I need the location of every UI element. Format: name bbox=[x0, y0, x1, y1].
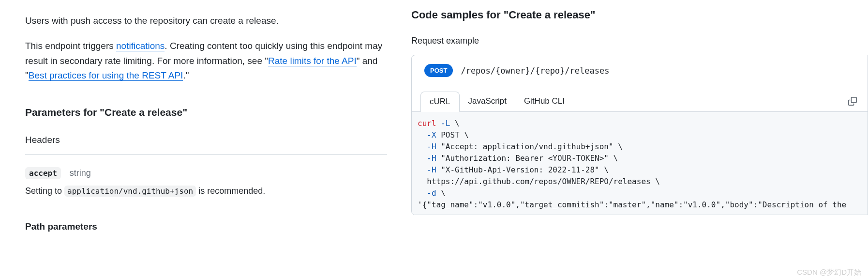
para-text: This endpoint triggers bbox=[25, 41, 116, 51]
param-description: Setting to application/vnd.github+json i… bbox=[25, 186, 387, 196]
code-token: -d bbox=[418, 188, 436, 198]
tab-javascript[interactable]: JavaScript bbox=[460, 92, 515, 111]
request-example-heading: Request example bbox=[411, 36, 868, 46]
rate-limit-paragraph: This endpoint triggers notifications. Cr… bbox=[25, 39, 387, 83]
code-token: -H bbox=[418, 142, 436, 151]
code-token: '{"tag_name":"v1.0.0","target_commitish"… bbox=[418, 200, 846, 209]
code-token: "Authorization: Bearer <YOUR-TOKEN>" \ bbox=[436, 154, 618, 163]
inline-code: application/vnd.github+json bbox=[64, 186, 196, 197]
code-token: -L bbox=[436, 119, 450, 128]
param-name: accept bbox=[25, 167, 61, 179]
desc-text: Setting to bbox=[25, 186, 64, 196]
desc-text: is recommended. bbox=[196, 186, 265, 196]
headers-subheading: Headers bbox=[25, 135, 387, 145]
code-token: \ bbox=[450, 119, 459, 128]
code-sample-card: POST /repos/{owner}/{repo}/releases cURL… bbox=[411, 55, 868, 215]
code-token: curl bbox=[418, 119, 436, 128]
code-token: POST \ bbox=[436, 130, 469, 140]
code-token: -H bbox=[418, 165, 436, 174]
watermark: CSDN @梦幻D开始 bbox=[797, 268, 861, 277]
left-column: Users with push access to the repository… bbox=[0, 0, 411, 280]
tab-curl[interactable]: cURL bbox=[420, 92, 460, 112]
method-badge: POST bbox=[424, 64, 453, 77]
code-token: -H bbox=[418, 154, 436, 163]
tabs-row: cURL JavaScript GitHub CLI bbox=[412, 86, 868, 111]
endpoint-path: /repos/{owner}/{repo}/releases bbox=[461, 66, 609, 76]
code-token: https://api.github.com/repos/OWNER/REPO/… bbox=[418, 177, 660, 186]
para-text: ." bbox=[183, 70, 189, 80]
tab-github-cli[interactable]: GitHub CLI bbox=[515, 92, 573, 111]
code-token: "X-GitHub-Api-Version: 2022-11-28" \ bbox=[436, 165, 609, 174]
right-column: Code samples for "Create a release" Requ… bbox=[411, 0, 868, 280]
parameters-heading: Parameters for "Create a release" bbox=[25, 107, 387, 118]
code-samples-heading: Code samples for "Create a release" bbox=[411, 9, 868, 21]
divider bbox=[25, 154, 387, 155]
path-params-heading: Path parameters bbox=[25, 221, 387, 232]
rate-limits-link[interactable]: Rate limits for the API bbox=[268, 56, 357, 66]
code-token: "Accept: application/vnd.github+json" \ bbox=[436, 142, 623, 151]
code-token: \ bbox=[436, 188, 446, 198]
code-token: -X bbox=[418, 130, 436, 140]
best-practices-link[interactable]: Best practices for using the REST API bbox=[29, 70, 183, 81]
intro-paragraph: Users with push access to the repository… bbox=[25, 14, 387, 28]
param-row-accept: accept string bbox=[25, 167, 387, 179]
copy-icon[interactable] bbox=[846, 95, 859, 108]
code-block: curl -L \ -X POST \ -H "Accept: applicat… bbox=[412, 111, 868, 215]
request-line: POST /repos/{owner}/{repo}/releases bbox=[412, 55, 868, 86]
notifications-link[interactable]: notifications bbox=[116, 41, 165, 51]
param-type: string bbox=[70, 168, 91, 178]
